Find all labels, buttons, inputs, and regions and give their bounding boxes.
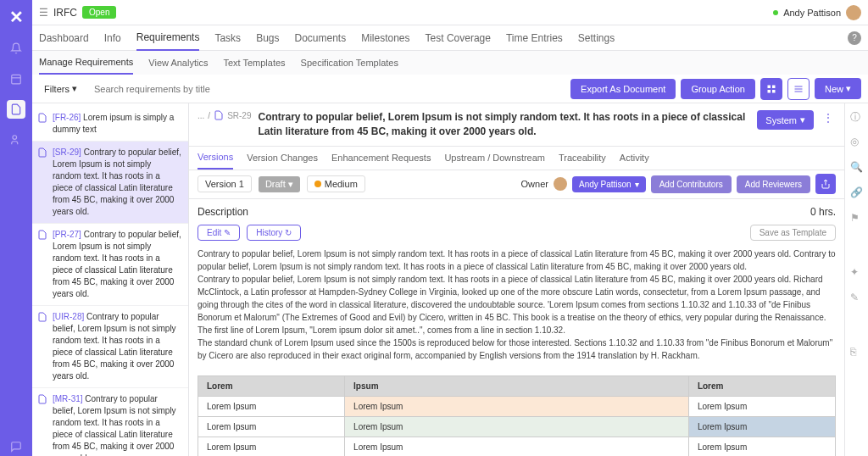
detail-tab-traceability[interactable]: Traceability <box>559 146 606 170</box>
detail-tab-versions[interactable]: Versions <box>198 146 233 170</box>
detail-tab-enhancement-requests[interactable]: Enhancement Requests <box>331 146 431 170</box>
table-cell: Lorem Ipsum <box>345 437 689 456</box>
table-header: Ipsum <box>345 375 689 396</box>
table-header: Lorem <box>688 375 835 396</box>
svg-rect-3 <box>767 85 771 88</box>
requirements-list: [FR-26] Lorem ipsum is simply a dummy te… <box>32 103 189 456</box>
main-tab-test-coverage[interactable]: Test Coverage <box>426 25 491 51</box>
owner-avatar <box>554 177 567 191</box>
main-tab-info[interactable]: Info <box>104 25 121 51</box>
main-tab-time-entries[interactable]: Time Entries <box>506 25 563 51</box>
sub-tabs: Manage RequirementsView AnalyticsText Te… <box>32 51 868 75</box>
table-cell: Lorem Ipsum <box>688 396 835 416</box>
description-label: Description <box>198 206 248 218</box>
main-tab-settings[interactable]: Settings <box>578 25 615 51</box>
table-header: Lorem <box>198 375 345 396</box>
project-icon: ☰ <box>39 7 48 19</box>
search-icon[interactable]: 🔍 <box>850 161 864 175</box>
share-icon[interactable] <box>815 174 836 194</box>
doc-icon <box>37 312 47 322</box>
svg-point-2 <box>13 136 17 140</box>
system-dropdown[interactable]: System ▾ <box>757 110 814 130</box>
avatar[interactable] <box>846 5 861 20</box>
requirement-item[interactable]: [PR-27] Contrary to popular belief, Lore… <box>32 224 188 306</box>
sub-tab-manage-requirements[interactable]: Manage Requirements <box>39 51 133 75</box>
save-template-button[interactable]: Save as Template <box>750 225 836 241</box>
priority-dot-icon <box>314 181 321 187</box>
toolbar: Filters ▾ Export As Document Group Actio… <box>32 75 868 103</box>
new-button[interactable]: New ▾ <box>815 78 861 99</box>
nav-users-icon[interactable] <box>7 131 25 149</box>
topbar: ☰ IRFC Open Andy Pattison <box>32 0 868 25</box>
history-button[interactable]: History ↻ <box>247 225 301 241</box>
owner-label: Owner <box>521 179 548 189</box>
status-badge: Open <box>82 6 116 19</box>
export-button[interactable]: Export As Document <box>570 79 676 99</box>
online-status-dot <box>773 10 778 15</box>
breadcrumb[interactable]: ... / SR-29 <box>198 110 251 120</box>
view-grid-icon[interactable] <box>760 78 782 100</box>
owner-dropdown[interactable]: Andy Pattison ▾ <box>572 176 646 192</box>
chevron-down-icon: ▾ <box>72 83 77 94</box>
link-icon[interactable]: 🔗 <box>850 186 864 200</box>
description-body: Contrary to popular belief, Lorem Ipsum … <box>198 247 836 362</box>
main-tab-milestones[interactable]: Milestones <box>361 25 409 51</box>
table-cell: Lorem Ipsum <box>688 416 835 437</box>
svg-rect-6 <box>772 90 776 93</box>
wand-icon[interactable]: ✦ <box>850 266 864 280</box>
help-icon[interactable]: ? <box>848 31 861 45</box>
doc-icon <box>214 110 224 120</box>
add-contributors-button[interactable]: Add Contributors <box>651 175 732 193</box>
requirement-item[interactable]: [UIR-28] Contrary to popular belief, Lor… <box>32 306 188 388</box>
requirement-item[interactable]: [MR-31] Contrary to popular belief, Lore… <box>32 388 188 456</box>
version-pill[interactable]: Version 1 <box>198 175 252 192</box>
main-tab-documents[interactable]: Documents <box>294 25 346 51</box>
priority-pill[interactable]: Medium <box>307 175 365 192</box>
user-name[interactable]: Andy Pattison <box>783 8 841 18</box>
nav-bell-icon[interactable] <box>7 39 25 58</box>
requirement-item[interactable]: [FR-26] Lorem ipsum is simply a dummy te… <box>32 107 188 142</box>
nav-chat-icon[interactable] <box>7 437 25 456</box>
add-reviewers-button[interactable]: Add Reviewers <box>737 175 810 193</box>
search-input[interactable] <box>89 81 242 97</box>
info-icon[interactable]: ⓘ <box>850 110 864 124</box>
nav-calendar-icon[interactable] <box>7 70 25 88</box>
sub-tab-specification-templates[interactable]: Specification Templates <box>301 51 398 75</box>
tag-icon[interactable]: ⚑ <box>850 212 864 225</box>
target-icon[interactable]: ◎ <box>850 136 864 149</box>
svg-rect-0 <box>12 75 21 84</box>
svg-rect-4 <box>772 85 776 88</box>
doc-icon <box>37 113 47 123</box>
edit-button[interactable]: Edit ✎ <box>198 225 240 241</box>
main-tab-tasks[interactable]: Tasks <box>214 25 241 51</box>
svg-rect-5 <box>767 90 771 93</box>
edit-icon[interactable]: ✎ <box>850 292 864 305</box>
detail-tab-activity[interactable]: Activity <box>620 146 649 170</box>
view-list-icon[interactable] <box>787 78 810 100</box>
main-tab-dashboard[interactable]: Dashboard <box>39 25 89 51</box>
table-cell: Lorem Ipsum <box>345 416 689 437</box>
project-code: IRFC <box>53 7 77 19</box>
sub-tab-text-templates[interactable]: Text Templates <box>223 51 285 75</box>
main-tab-requirements[interactable]: Requirements <box>136 25 200 51</box>
nav-requirements-icon[interactable] <box>7 100 25 119</box>
filters-button[interactable]: Filters ▾ <box>39 80 82 97</box>
doc-icon <box>37 147 47 158</box>
table-cell: Lorem Ipsum <box>345 396 689 416</box>
table-cell: Lorem Ipsum <box>688 437 835 456</box>
sub-tab-view-analytics[interactable]: View Analytics <box>148 51 208 75</box>
requirement-item[interactable]: [SR-29] Contrary to popular belief, Lore… <box>32 142 188 224</box>
table-cell: Lorem Ipsum <box>198 396 345 416</box>
export-icon[interactable]: ⎘ <box>850 346 864 359</box>
main-tab-bugs[interactable]: Bugs <box>256 25 279 51</box>
group-action-button[interactable]: Group Action <box>681 79 755 99</box>
detail-tab-version-changes[interactable]: Version Changes <box>247 146 318 170</box>
app-logo: ✕ <box>9 7 24 27</box>
more-icon[interactable]: ⋮ <box>821 110 836 125</box>
detail-meta: Version 1 Draft ▾ Medium Owner Andy Patt… <box>189 170 844 199</box>
table-cell: Lorem Ipsum <box>198 416 345 437</box>
detail-tab-upstream-downstream[interactable]: Upstream / Downstream <box>444 146 545 170</box>
draft-pill[interactable]: Draft ▾ <box>259 176 300 192</box>
doc-icon <box>37 230 47 240</box>
right-toolbar: ⓘ ◎ 🔍 🔗 ⚑ ✦ ✎ ⎘ <box>844 103 868 456</box>
